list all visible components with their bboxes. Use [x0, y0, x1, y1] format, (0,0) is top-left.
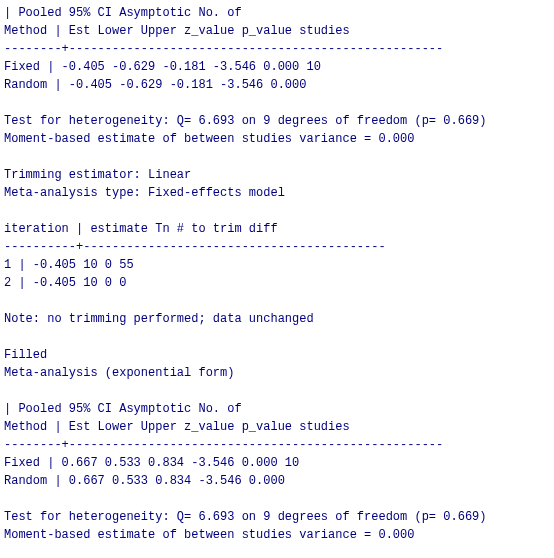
heterogeneity-line2: Moment-based estimate of between studies… [4, 130, 550, 148]
blank-line [4, 94, 550, 112]
table1-header-line1: | Pooled 95% CI Asymptotic No. of [4, 4, 550, 22]
heterogeneity2-line2: Moment-based estimate of between studies… [4, 526, 550, 544]
table1-row-fixed: Fixed | -0.405 -0.629 -0.181 -3.546 0.00… [4, 58, 550, 76]
filled-line1: Filled [4, 346, 550, 364]
table2-divider: --------+-------------------------------… [4, 436, 550, 454]
table1-divider: --------+-------------------------------… [4, 40, 550, 58]
table2-row-fixed: Fixed | 0.667 0.533 0.834 -3.546 0.000 1… [4, 454, 550, 472]
blank-line [4, 328, 550, 346]
iteration-row-1: 1 | -0.405 10 0 55 [4, 256, 550, 274]
blank-line [4, 202, 550, 220]
blank-line [4, 490, 550, 508]
output-block: | Pooled 95% CI Asymptotic No. of Method… [4, 4, 550, 544]
iteration-divider: ----------+-----------------------------… [4, 238, 550, 256]
heterogeneity-line1: Test for heterogeneity: Q= 6.693 on 9 de… [4, 112, 550, 130]
heterogeneity2-line1: Test for heterogeneity: Q= 6.693 on 9 de… [4, 508, 550, 526]
trimming-note: Note: no trimming performed; data unchan… [4, 310, 550, 328]
filled-line2: Meta-analysis (exponential form) [4, 364, 550, 382]
blank-line [4, 382, 550, 400]
blank-line [4, 292, 550, 310]
table1-header-line2: Method | Est Lower Upper z_value p_value… [4, 22, 550, 40]
table2-header-line2: Method | Est Lower Upper z_value p_value… [4, 418, 550, 436]
blank-line [4, 148, 550, 166]
table1-row-random: Random | -0.405 -0.629 -0.181 -3.546 0.0… [4, 76, 550, 94]
iteration-header: iteration | estimate Tn # to trim diff [4, 220, 550, 238]
table2-row-random: Random | 0.667 0.533 0.834 -3.546 0.000 [4, 472, 550, 490]
meta-analysis-type-line: Meta-analysis type: Fixed-effects model [4, 184, 550, 202]
table2-header-line1: | Pooled 95% CI Asymptotic No. of [4, 400, 550, 418]
trimming-estimator-line: Trimming estimator: Linear [4, 166, 550, 184]
iteration-row-2: 2 | -0.405 10 0 0 [4, 274, 550, 292]
